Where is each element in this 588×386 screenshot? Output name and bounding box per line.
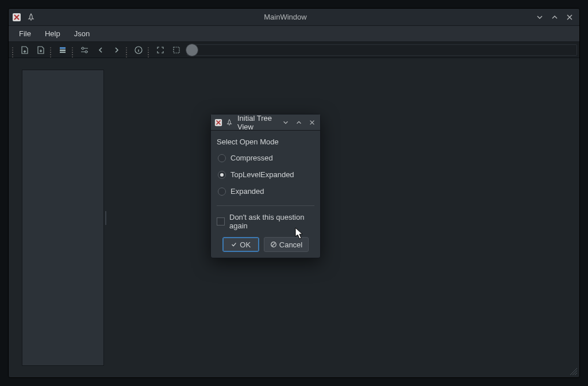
window-title: MainWindow	[41, 13, 530, 21]
layers-icon[interactable]	[55, 43, 71, 57]
divider	[217, 205, 314, 206]
close-button[interactable]	[307, 116, 317, 129]
svg-point-5	[85, 51, 87, 53]
menubar: File Help Json	[9, 26, 579, 42]
svg-rect-1	[60, 47, 66, 49]
menu-file[interactable]: File	[13, 27, 37, 40]
dialog-title: Initial Tree View	[237, 114, 278, 131]
menu-json[interactable]: Json	[68, 27, 95, 40]
close-button[interactable]	[563, 11, 576, 24]
sliders-icon[interactable]	[76, 43, 93, 57]
desktop: MainWindow File Help Json	[0, 0, 588, 386]
svg-rect-3	[60, 52, 66, 53]
radio-label: Expanded	[230, 187, 264, 196]
toolbar-grip[interactable]	[12, 44, 16, 56]
radio-toplevelexpanded[interactable]: TopLevelExpanded	[216, 167, 316, 182]
fullscreen-icon[interactable]	[152, 43, 168, 57]
dialog-titlebar[interactable]: Initial Tree View	[211, 114, 320, 131]
check-icon	[230, 241, 237, 248]
window-controls	[533, 11, 576, 24]
save-file-icon[interactable]	[33, 43, 49, 57]
dialog-body: Select Open Mode Compressed TopLevelExpa…	[211, 131, 320, 258]
svg-point-4	[82, 47, 84, 49]
cancel-button[interactable]: Cancel	[264, 237, 309, 252]
cancel-icon	[270, 241, 277, 248]
pin-icon[interactable]	[226, 119, 233, 126]
nav-back-icon[interactable]	[93, 43, 109, 57]
radio-label: Compressed	[230, 154, 273, 162]
app-icon	[214, 118, 222, 127]
tree-panel[interactable]	[22, 70, 104, 366]
open-file-icon[interactable]	[17, 43, 33, 57]
ok-button[interactable]: OK	[222, 237, 259, 252]
toolbar-grip[interactable]	[50, 44, 53, 56]
radio-icon	[218, 171, 226, 179]
toolbar	[9, 42, 579, 58]
maximize-button[interactable]	[548, 11, 561, 24]
dialog-label: Select Open Mode	[217, 137, 316, 146]
menu-help[interactable]: Help	[39, 27, 66, 40]
checkbox-label: Don't ask this question again	[229, 213, 314, 230]
radio-icon	[218, 154, 226, 162]
checkbox-icon	[217, 217, 225, 226]
main-view	[107, 58, 579, 377]
resize-grip-icon[interactable]	[569, 367, 578, 376]
info-icon[interactable]	[130, 43, 147, 57]
toolbar-grip[interactable]	[148, 44, 151, 56]
initial-tree-view-dialog: Initial Tree View Select Open Mode Compr…	[210, 114, 321, 258]
app-icon	[12, 13, 21, 22]
minimize-button[interactable]	[533, 11, 546, 24]
radio-expanded[interactable]: Expanded	[216, 184, 316, 198]
search-icon	[186, 44, 198, 56]
dont-ask-checkbox[interactable]: Don't ask this question again	[216, 211, 316, 235]
toolbar-grip[interactable]	[72, 44, 75, 56]
maximize-button[interactable]	[294, 116, 303, 129]
minimize-button[interactable]	[281, 116, 291, 129]
svg-rect-7	[174, 47, 179, 53]
nav-forward-icon[interactable]	[109, 43, 125, 57]
dialog-buttons: OK Cancel	[216, 237, 316, 253]
radio-label: TopLevelExpanded	[230, 170, 294, 179]
radio-compressed[interactable]: Compressed	[216, 151, 316, 165]
radio-icon	[218, 188, 226, 196]
pin-icon[interactable]	[25, 11, 37, 24]
main-titlebar[interactable]: MainWindow	[9, 9, 579, 26]
selection-icon[interactable]	[168, 43, 185, 57]
toolbar-grip[interactable]	[126, 44, 129, 56]
cancel-label: Cancel	[279, 240, 302, 249]
search-input[interactable]	[187, 44, 577, 56]
svg-rect-2	[60, 49, 66, 51]
ok-label: OK	[240, 240, 251, 249]
